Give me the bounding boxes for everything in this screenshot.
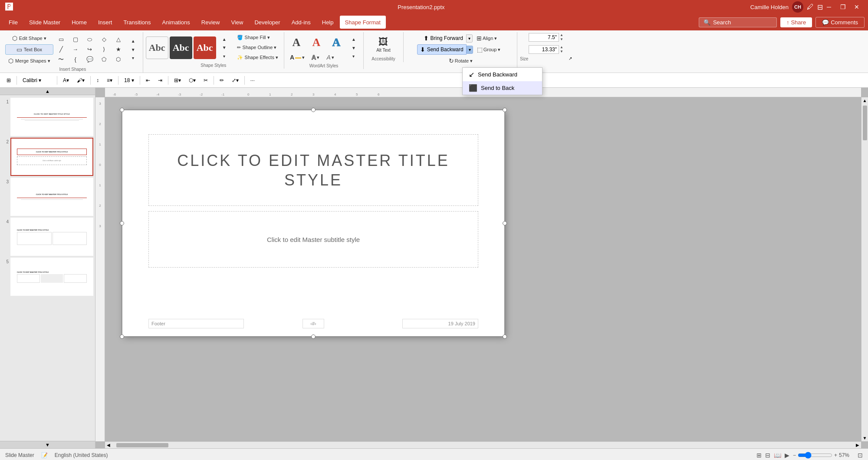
handle-mr[interactable] xyxy=(503,221,507,225)
handle-tr[interactable] xyxy=(503,108,507,112)
h-scroll-thumb[interactable] xyxy=(116,443,168,447)
handle-bm[interactable] xyxy=(311,334,316,339)
send-backward-option[interactable]: ↙ Send Backward xyxy=(463,68,542,81)
shape-circle[interactable]: ⬭ xyxy=(83,35,97,44)
font-color-button[interactable]: A▾ xyxy=(60,76,72,85)
rotate-button[interactable]: ↻ Rotate ▾ xyxy=(446,56,476,66)
shape-connector[interactable]: ↪ xyxy=(83,45,97,54)
view-reading-icon[interactable]: 📖 xyxy=(774,452,781,459)
menu-transitions[interactable]: Transitions xyxy=(118,16,156,29)
menu-slide-master[interactable]: Slide Master xyxy=(24,16,66,29)
group-button[interactable]: ⬚ Group ▾ xyxy=(474,44,504,55)
wordart-style-3[interactable]: A xyxy=(327,33,346,52)
shape-diamond[interactable]: ◇ xyxy=(97,35,111,44)
slide-subtitle-box[interactable]: Click to edit Master subtitle style xyxy=(148,211,478,268)
shape-line[interactable]: ╱ xyxy=(54,45,68,54)
v-scroll-thumb[interactable] xyxy=(863,106,867,140)
shape-style-1[interactable]: Abc xyxy=(146,36,168,59)
v-scrollbar[interactable]: ▲ ▼ xyxy=(861,97,868,441)
shape-rect[interactable]: ▭ xyxy=(54,35,68,44)
menu-review[interactable]: Review xyxy=(196,16,225,29)
search-box[interactable]: 🔍 Search xyxy=(699,17,777,27)
shape-callout[interactable]: 💬 xyxy=(83,54,97,65)
line-spacing[interactable]: ↕ xyxy=(93,76,102,85)
menu-help[interactable]: Help xyxy=(317,16,339,29)
slide-footer-center[interactable]: ‹#› xyxy=(302,319,324,328)
text-outline-button[interactable]: A ▾ xyxy=(309,52,322,63)
send-backward-main[interactable]: ⬇ Send Backward xyxy=(417,44,467,55)
minimize-button[interactable]: ─ xyxy=(823,2,835,12)
shape-fill-button[interactable]: 🪣 Shape Fill ▾ xyxy=(234,33,281,42)
style-more[interactable]: ▾ xyxy=(217,53,231,60)
shape-curve[interactable]: 〜 xyxy=(54,54,68,65)
v-scroll-down[interactable]: ▼ xyxy=(862,435,868,441)
zoom-level[interactable]: 57% xyxy=(839,452,854,458)
rotate-align[interactable]: ⤢▾ xyxy=(229,76,242,85)
wordart-scroll-up[interactable]: ▲ xyxy=(347,36,361,43)
shape-chevron[interactable]: ⟩ xyxy=(97,45,111,54)
wordart-style-1[interactable]: A xyxy=(287,33,306,52)
font-highlight[interactable]: 🖌▾ xyxy=(74,76,88,85)
font-family-select[interactable]: Calibri ▾ xyxy=(20,76,54,85)
indent-inc[interactable]: ⇥ xyxy=(155,76,165,85)
comments-button[interactable]: 💬 Comments xyxy=(815,17,865,28)
bring-forward-main[interactable]: ⬆ Bring Forward xyxy=(421,33,466,43)
shape-bracket[interactable]: { xyxy=(69,54,82,65)
merge-shapes-button[interactable]: ⬡ Merge Shapes ▾ xyxy=(5,56,53,66)
slide-thumb-5[interactable]: 5 CLICK TO EDIT MASTER TITLE STYLE xyxy=(2,258,93,296)
bring-forward-arrow[interactable]: ▾ xyxy=(466,34,473,43)
menu-developer[interactable]: Developer xyxy=(249,16,285,29)
crop-button[interactable]: ✂ xyxy=(201,76,211,85)
send-backward-dropdown-arrow[interactable]: ▾ xyxy=(467,46,473,54)
h-scroll-right[interactable]: ▶ xyxy=(854,443,861,447)
slide-thumb-3[interactable]: 3 CLICK TO EDIT MASTER TITLE STYLE xyxy=(2,178,93,216)
shape-outline-button[interactable]: ✏ Shape Outline ▾ xyxy=(234,43,281,52)
text-fill-button[interactable]: A ▾ xyxy=(287,52,308,63)
zoom-slider[interactable] xyxy=(798,452,832,459)
shape-arrow[interactable]: → xyxy=(69,45,82,54)
width-down-arrow[interactable]: ▼ xyxy=(560,50,563,54)
wordart-style-2[interactable]: A xyxy=(307,33,326,52)
height-down-arrow[interactable]: ▼ xyxy=(560,37,563,42)
text-box-button[interactable]: ▭ Text Box xyxy=(5,44,53,55)
slide-title-box[interactable]: CLICK TO EDIT MASTER TITLE STYLE xyxy=(148,134,478,206)
handle-tm[interactable] xyxy=(311,108,316,112)
menu-shape-format[interactable]: Shape Format xyxy=(340,16,386,29)
view-slide-sorter-icon[interactable]: ⊟ xyxy=(765,452,770,459)
shape-pentagon[interactable]: ⬠ xyxy=(97,54,111,65)
align-button[interactable]: ⊞ Align ▾ xyxy=(473,33,500,43)
view-presenter-icon[interactable]: ▶ xyxy=(785,452,789,459)
notes-icon[interactable]: 📝 xyxy=(41,452,48,458)
slide-thumb-2[interactable]: 2 CLICK TO EDIT MASTER TITLE STYLE Click… xyxy=(2,138,93,176)
slide-scroll-up[interactable]: ▲ xyxy=(0,88,95,95)
menu-home[interactable]: Home xyxy=(66,16,92,29)
shape-star[interactable]: ★ xyxy=(112,45,125,54)
shape-scroll-up[interactable]: ▲ xyxy=(126,38,140,44)
slide-scroll-down[interactable]: ▼ xyxy=(0,441,95,448)
menu-file[interactable]: File xyxy=(3,16,23,29)
send-to-back-option[interactable]: ⬛ Send to Back xyxy=(463,81,542,95)
shape-more[interactable]: ▾ xyxy=(126,55,140,61)
size-expander[interactable]: ↗ xyxy=(569,56,572,61)
shape-style-3[interactable]: Abc xyxy=(194,36,216,59)
width-up-arrow[interactable]: ▲ xyxy=(560,45,563,50)
edit-shape-button[interactable]: ⬡ Edit Shape ▾ xyxy=(5,33,53,43)
slide-thumb-1[interactable]: 1 CLICK TO EDIT MASTER TITLE STYLE xyxy=(2,98,93,136)
h-scrollbar[interactable]: ◀ ▶ xyxy=(105,441,861,448)
style-scroll-down[interactable]: ▼ xyxy=(217,44,231,51)
shape-effects-button[interactable]: ✨ Shape Effects ▾ xyxy=(234,53,281,62)
ribbon-display-icon[interactable]: ⊟ xyxy=(817,3,823,11)
handle-br[interactable] xyxy=(503,334,507,339)
pointer-select[interactable]: ⊞ xyxy=(3,76,14,85)
shape-octagon[interactable]: ⬡ xyxy=(112,54,125,65)
height-input[interactable] xyxy=(529,33,559,42)
fit-to-window[interactable]: ⊡ xyxy=(858,452,863,459)
menu-view[interactable]: View xyxy=(226,16,248,29)
share-button[interactable]: ↑ Share xyxy=(780,17,812,27)
more-options[interactable]: ··· xyxy=(247,76,258,85)
zoom-in-icon[interactable]: + xyxy=(834,452,837,458)
shape-style-2[interactable]: Abc xyxy=(170,36,192,59)
menu-add-ins[interactable]: Add-ins xyxy=(286,16,316,29)
slide-footer-left[interactable]: Footer xyxy=(148,319,244,328)
shape-scroll-down[interactable]: ▼ xyxy=(126,46,140,53)
